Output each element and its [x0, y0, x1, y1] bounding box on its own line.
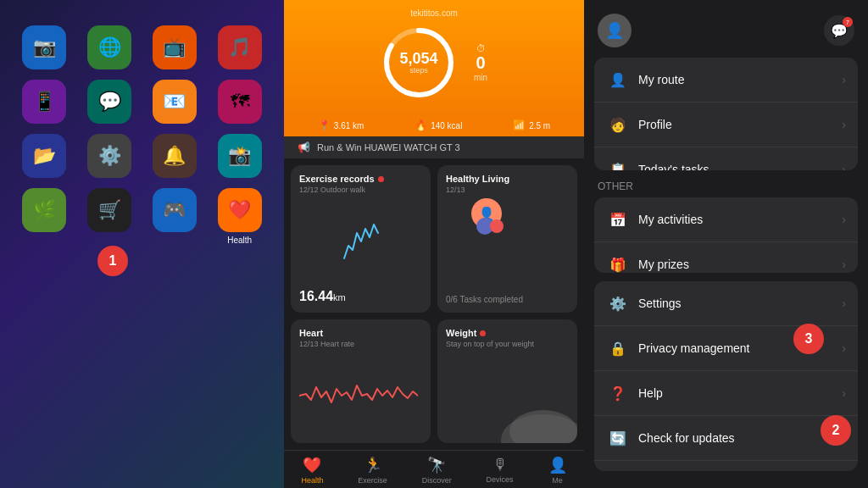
devices-nav-icon: 🎙 [492, 456, 508, 474]
list-item[interactable]: ⚙️ [82, 134, 137, 178]
update-icon: 🔄 [606, 426, 630, 450]
time-label: min [474, 73, 487, 82]
todays-tasks-item[interactable]: 📋 Today's tasks › [594, 147, 858, 170]
watermark: tekititos.com [298, 8, 570, 18]
help-item[interactable]: ❓ Help › [594, 371, 858, 416]
settings-label: Settings [638, 297, 842, 310]
healthy-living-title: Healthy Living [446, 174, 569, 184]
distance-unit: km [333, 292, 346, 302]
app-gallery: 📸 [218, 134, 262, 178]
steps-count: 5,054 [399, 51, 437, 66]
my-route-label: My route [638, 73, 842, 86]
privacy-icon: 🔒 [606, 336, 630, 360]
tasks-icon: 📋 [606, 158, 630, 170]
chevron-right-icon-2: › [842, 118, 846, 131]
speaker-icon: 📢 [298, 141, 310, 153]
list-item[interactable]: 🌿 [17, 188, 72, 245]
list-item[interactable]: 💬 [82, 80, 137, 124]
nav-me[interactable]: 👤 Me [548, 456, 567, 485]
time-info: ⏱ 0 min [474, 43, 487, 82]
list-item[interactable]: 🔔 [147, 134, 203, 178]
app-messages: 💬 [87, 80, 131, 124]
profile-icon: 🧑 [606, 113, 630, 136]
stat-calories-value: 140 kcal [431, 121, 462, 130]
exercise-nav-icon: 🏃 [364, 456, 382, 474]
weight-dot [480, 330, 486, 336]
nav-exercise[interactable]: 🏃 Exercise [358, 456, 387, 485]
cards-grid: Exercise records 12/12 Outdoor walk 16.4… [284, 158, 584, 450]
about-item[interactable]: ℹ️ About › [594, 461, 858, 471]
top-menu-group: 👤 My route › 🧑 Profile › 📋 Today's tasks… [594, 58, 858, 170]
settings-item[interactable]: ⚙️ Settings › [594, 281, 858, 326]
chevron-right-icon-5: › [842, 258, 846, 271]
notification-button[interactable]: 💬 7 [824, 15, 854, 46]
my-prizes-item[interactable]: 🎁 My prizes › [594, 242, 858, 273]
list-item[interactable]: 🎵 [212, 25, 267, 69]
avatar-group: 👤 [446, 194, 569, 295]
app-settings: ⚙️ [87, 134, 131, 178]
steps-ring: 5,054 steps [381, 25, 457, 101]
health-app-icon[interactable]: ❤️ Health [212, 188, 267, 245]
weight-chart [501, 380, 577, 443]
my-route-item[interactable]: 👤 My route › [594, 58, 858, 103]
nav-devices-label: Devices [487, 475, 514, 484]
discover-nav-icon: 🔭 [427, 456, 446, 474]
chevron-right-icon-7: › [842, 341, 846, 355]
profile-item[interactable]: 🧑 Profile › [594, 103, 858, 147]
notification-badge: 7 [843, 17, 853, 27]
settings-group: ⚙️ Settings › 🔒 Privacy management › ❓ H… [594, 281, 858, 471]
healthy-living-card[interactable]: Healthy Living 12/13 👤 0/6 Tasks complet… [437, 165, 577, 313]
home-screen: 📷 🌐 📺 🎵 📱 💬 📧 🗺 📂 ⚙️ [0, 0, 284, 488]
my-activities-item[interactable]: 📅 My activities › [594, 197, 858, 242]
stat-floors: 📶 2.5 m [513, 119, 550, 131]
health-app-label: Health [227, 236, 252, 245]
list-item[interactable]: 🛒 [82, 188, 137, 245]
activities-group: 📅 My activities › 🎁 My prizes › [594, 197, 858, 273]
list-item[interactable]: 📂 [17, 134, 72, 178]
weight-title: Weight [446, 328, 569, 338]
chevron-right-icon-4: › [842, 213, 846, 226]
weight-subtitle: Stay on top of your weight [446, 340, 569, 348]
app-camera: 📷 [22, 25, 66, 69]
heart-chart [299, 348, 422, 435]
heart-card[interactable]: Heart 12/13 Heart rate [291, 319, 431, 443]
weight-card[interactable]: Weight Stay on top of your weight [437, 319, 577, 443]
app-tv: 📺 [153, 25, 197, 69]
app-phone: 📱 [22, 80, 66, 124]
list-item[interactable]: 📱 [17, 80, 72, 124]
circle-red [490, 219, 504, 233]
svg-point-3 [509, 410, 577, 443]
chevron-right-icon-3: › [842, 163, 846, 170]
exercise-records-card[interactable]: Exercise records 12/12 Outdoor walk 16.4… [291, 165, 431, 313]
stats-card: tekititos.com 5,054 steps ⏱ 0 min [284, 0, 584, 114]
promo-banner: 📢 Run & Win HUAWEI WATCH GT 3 [284, 136, 584, 158]
step-badge-3: 3 [793, 324, 824, 354]
profile-label: Profile [638, 118, 842, 131]
exercise-records-date: 12/12 Outdoor walk [299, 186, 422, 194]
stat-distance: 📍 3.61 km [318, 119, 364, 131]
app-email: 📧 [153, 80, 197, 124]
help-label: Help [638, 386, 842, 400]
nav-health[interactable]: ❤️ Health [301, 456, 323, 485]
chevron-right-icon-6: › [842, 297, 846, 310]
list-item[interactable]: 📧 [147, 80, 203, 124]
app-grid: 📷 🌐 📺 🎵 📱 💬 📧 🗺 📂 ⚙️ [8, 17, 275, 253]
exercise-distance: 16.44km [299, 289, 422, 304]
step-badge-1: 1 [97, 246, 128, 276]
nav-devices[interactable]: 🎙 Devices [487, 456, 514, 485]
check-updates-item[interactable]: 🔄 Check for updates › [594, 416, 858, 461]
healthy-living-date: 12/13 [446, 186, 569, 194]
nav-discover-label: Discover [422, 476, 452, 485]
list-item[interactable]: 🌐 [82, 25, 137, 69]
list-item[interactable]: 📸 [212, 134, 267, 178]
list-item[interactable]: 📷 [17, 25, 72, 69]
list-item[interactable]: 🗺 [212, 80, 267, 124]
list-item[interactable]: 📺 [147, 25, 203, 69]
nav-me-label: Me [552, 476, 563, 485]
nav-discover[interactable]: 🔭 Discover [422, 456, 452, 485]
dot-indicator [378, 176, 384, 182]
app-store: 🛒 [87, 188, 131, 232]
health-app-screen: tekititos.com 5,054 steps ⏱ 0 min 📍 [284, 0, 584, 488]
heart-title: Heart [299, 328, 422, 338]
list-item[interactable]: 🎮 [147, 188, 203, 245]
